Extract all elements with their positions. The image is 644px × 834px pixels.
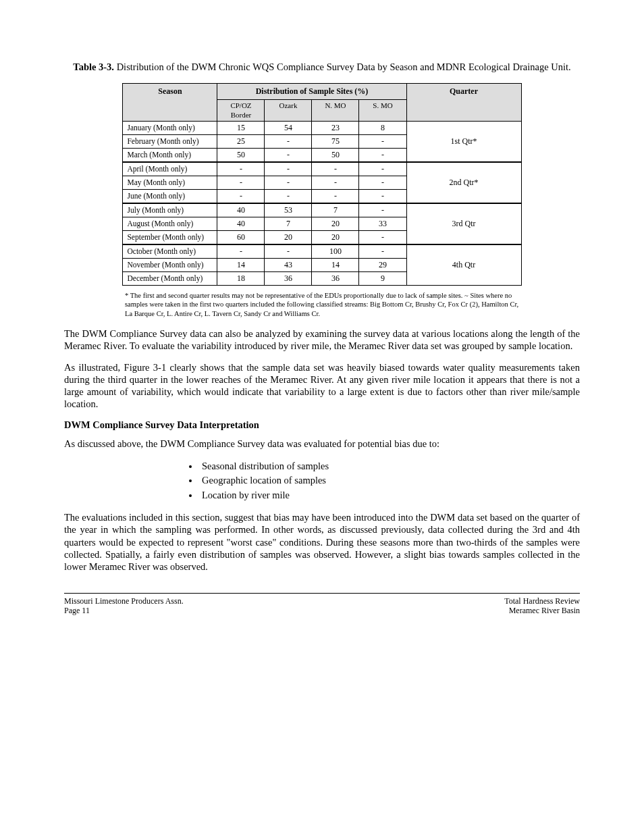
- footer-left-bottom: Page 11: [64, 606, 184, 615]
- table-cell: 60: [217, 231, 265, 245]
- table-row: April (Month only)----2nd Qtr*: [123, 162, 521, 176]
- quarter-cell: 2nd Qtr*: [406, 162, 521, 203]
- table-cell: -: [217, 190, 265, 204]
- th-distribution: Distribution of Sample Sites (%): [217, 83, 406, 99]
- table-title: Table 3-3. Distribution of the DWM Chron…: [64, 61, 580, 74]
- table-cell: 9: [359, 272, 406, 286]
- table-cell: 15: [217, 122, 265, 135]
- table-cell: -: [359, 244, 406, 259]
- table-cell: 100: [312, 244, 359, 259]
- table-cell: 14: [217, 259, 265, 272]
- row-label: December (Month only): [123, 272, 217, 286]
- table-cell: 29: [359, 259, 406, 272]
- row-label: November (Month only): [123, 259, 217, 272]
- row-label: October (Month only): [123, 244, 217, 259]
- table-cell: -: [265, 190, 312, 204]
- table-cell: 40: [217, 203, 265, 217]
- row-label: August (Month only): [123, 217, 217, 231]
- table-cell: -: [312, 190, 359, 204]
- row-label: January (Month only): [123, 122, 217, 135]
- table-cell: -: [265, 135, 312, 149]
- paragraph-1: The DWM Compliance Survey data can also …: [64, 328, 580, 352]
- table-cell: -: [265, 176, 312, 190]
- page-footer: Missouri Limestone Producers Assn. Page …: [64, 596, 580, 616]
- table-cell: -: [217, 162, 265, 176]
- table-footnote: * The first and second quarter results m…: [64, 291, 580, 317]
- table-row: October (Month only)--100-4th Qtr: [123, 244, 521, 259]
- row-label: May (Month only): [123, 176, 217, 190]
- table-cell: 33: [359, 217, 406, 231]
- table-cell: -: [265, 244, 312, 259]
- table-cell: -: [217, 244, 265, 259]
- footer-right-top: Total Hardness Review: [504, 596, 580, 606]
- row-label: June (Month only): [123, 190, 217, 204]
- table-cell: -: [359, 162, 406, 176]
- row-label: March (Month only): [123, 149, 217, 163]
- table-cell: -: [359, 203, 406, 217]
- table-cell: -: [359, 176, 406, 190]
- table-cell: -: [312, 162, 359, 176]
- table-cell: 36: [312, 272, 359, 286]
- section-title: DWM Compliance Survey Data Interpretatio…: [64, 419, 580, 431]
- footer-rule: [64, 593, 580, 594]
- row-label: September (Month only): [123, 231, 217, 245]
- table-cell: -: [359, 135, 406, 149]
- row-label: April (Month only): [123, 162, 217, 176]
- th-sub-0: CP/OZ Border: [217, 99, 265, 122]
- table-row: July (Month only)40537-3rd Qtr: [123, 203, 521, 217]
- quarter-cell: 4th Qtr: [406, 244, 521, 286]
- list-item: Seasonal distribution of samples: [199, 460, 580, 473]
- data-table: SeasonDistribution of Sample Sites (%)Qu…: [64, 83, 580, 286]
- table-cell: 20: [312, 231, 359, 245]
- row-label: February (Month only): [123, 135, 217, 149]
- table-cell: 40: [217, 217, 265, 231]
- table-cell: -: [265, 149, 312, 163]
- table-cell: 36: [265, 272, 312, 286]
- footer-left-top: Missouri Limestone Producers Assn.: [64, 596, 184, 606]
- quarter-cell: 1st Qtr*: [406, 122, 521, 163]
- quarter-cell: 3rd Qtr: [406, 203, 521, 244]
- table-cell: 7: [312, 203, 359, 217]
- paragraph-conclusion: The evaluations included in this section…: [64, 511, 580, 573]
- paragraph-3: As discussed above, the DWM Compliance S…: [64, 438, 580, 450]
- paragraph-2: As illustrated, Figure 3-1 clearly shows…: [64, 361, 580, 411]
- table-cell: 43: [265, 259, 312, 272]
- table-cell: 75: [312, 135, 359, 149]
- table-cell: 14: [312, 259, 359, 272]
- row-label: July (Month only): [123, 203, 217, 217]
- table-cell: -: [359, 149, 406, 163]
- table-row: January (Month only)15542381st Qtr*: [123, 122, 521, 135]
- table-cell: 50: [312, 149, 359, 163]
- table-cell: 20: [312, 217, 359, 231]
- bullet-list: Seasonal distribution of samples Geograp…: [64, 460, 580, 502]
- table-cell: 7: [265, 217, 312, 231]
- th-sub-1: Ozark: [265, 99, 312, 122]
- th-sub-3: S. MO: [359, 99, 406, 122]
- table-cell: 18: [217, 272, 265, 286]
- table-cell: -: [217, 176, 265, 190]
- table-cell: -: [359, 231, 406, 245]
- th-season: Season: [123, 83, 217, 122]
- table-cell: 8: [359, 122, 406, 135]
- list-item: Geographic location of samples: [199, 474, 580, 488]
- th-sub-2: N. MO: [312, 99, 359, 122]
- table-cell: -: [312, 176, 359, 190]
- survey-table: SeasonDistribution of Sample Sites (%)Qu…: [122, 83, 521, 286]
- list-item: Location by river mile: [199, 489, 580, 502]
- table-cell: 23: [312, 122, 359, 135]
- table-cell: 20: [265, 231, 312, 245]
- th-quarter: Quarter: [406, 83, 521, 122]
- table-cell: -: [265, 162, 312, 176]
- table-cell: 50: [217, 149, 265, 163]
- footer-right-bottom: Meramec River Basin: [504, 606, 580, 615]
- table-cell: -: [359, 190, 406, 204]
- table-cell: 53: [265, 203, 312, 217]
- table-cell: 25: [217, 135, 265, 149]
- table-cell: 54: [265, 122, 312, 135]
